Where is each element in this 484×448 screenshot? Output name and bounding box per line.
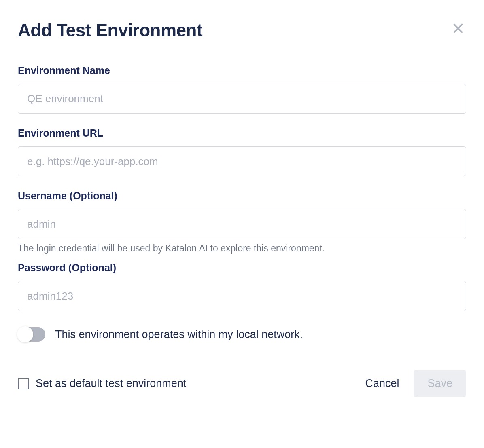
env-name-label: Environment Name: [18, 65, 466, 76]
dialog-header: Add Test Environment: [18, 20, 466, 40]
local-network-toggle-label: This environment operates within my loca…: [55, 328, 303, 341]
env-url-input[interactable]: [18, 146, 466, 176]
close-button[interactable]: [450, 20, 466, 38]
password-group: Password (Optional): [18, 262, 466, 311]
close-icon: [452, 22, 465, 36]
username-label: Username (Optional): [18, 190, 466, 202]
username-helper-text: The login credential will be used by Kat…: [18, 243, 466, 254]
default-env-checkbox-label: Set as default test environment: [36, 377, 186, 390]
env-name-input[interactable]: [18, 84, 466, 114]
save-button[interactable]: Save: [414, 370, 466, 397]
dialog-title: Add Test Environment: [18, 20, 202, 40]
footer-actions: Cancel Save: [362, 370, 466, 397]
username-group: Username (Optional): [18, 190, 466, 239]
cancel-button[interactable]: Cancel: [362, 372, 402, 395]
local-network-toggle[interactable]: [18, 327, 45, 342]
env-url-label: Environment URL: [18, 127, 466, 139]
toggle-knob: [17, 326, 33, 342]
username-input[interactable]: [18, 209, 466, 239]
dialog-footer: Set as default test environment Cancel S…: [18, 370, 466, 397]
default-env-checkbox[interactable]: [18, 378, 29, 389]
local-network-toggle-row: This environment operates within my loca…: [18, 327, 466, 342]
password-input[interactable]: [18, 281, 466, 311]
default-env-checkbox-row: Set as default test environment: [18, 377, 186, 390]
env-url-group: Environment URL: [18, 127, 466, 176]
env-name-group: Environment Name: [18, 65, 466, 114]
password-label: Password (Optional): [18, 262, 466, 274]
